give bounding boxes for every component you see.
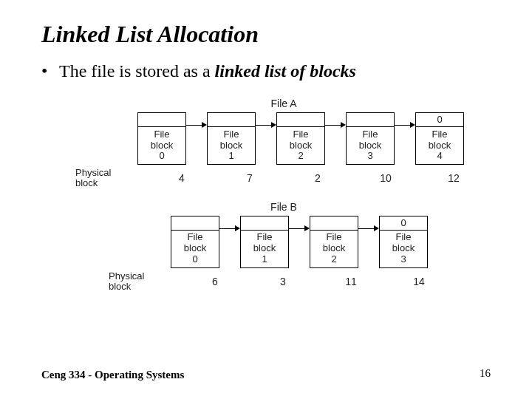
physical-block-label: Physical block [104, 271, 171, 293]
arrow-icon [289, 222, 310, 235]
physical-block-num: 4 [158, 172, 205, 184]
file-b-section: File B Fileblock0 Fileblock1 Fileblock2 [71, 201, 497, 293]
arrow-icon [186, 118, 207, 132]
file-a-section: File A Fileblock0 Fileblock1 Fileblock2 [71, 98, 497, 189]
file-block: 0 Fileblock3 [379, 216, 428, 268]
linked-list-diagram: File A Fileblock0 Fileblock1 Fileblock2 [71, 98, 497, 292]
file-block: Fileblock2 [310, 216, 358, 268]
file-block: Fileblock1 [207, 112, 256, 165]
physical-block-num: 14 [395, 276, 443, 287]
arrow-icon [219, 222, 240, 235]
file-block: Fileblock0 [137, 112, 186, 165]
file-b-blocks: Fileblock0 Fileblock1 Fileblock2 0 Fileb… [171, 216, 497, 268]
physical-block-label: Physical block [71, 168, 137, 189]
arrow-icon [395, 118, 415, 132]
file-block: Fileblock1 [240, 216, 289, 268]
physical-block-num: 2 [294, 172, 341, 184]
arrow-icon [256, 118, 276, 132]
physical-block-num: 12 [430, 172, 477, 184]
file-b-label: File B [71, 201, 497, 213]
bullet-item: • The file is stored as a linked list of… [41, 61, 497, 81]
file-block: Fileblock3 [346, 112, 395, 165]
file-b-physical-row: Physical block 6 3 11 14 [104, 271, 497, 293]
physical-block-num: 6 [191, 276, 239, 287]
physical-block-num: 7 [226, 172, 273, 184]
file-a-label: File A [71, 98, 497, 109]
physical-block-num: 3 [259, 276, 307, 287]
arrow-icon [358, 222, 379, 235]
bullet-text: The file is stored as a linked list of b… [59, 61, 356, 81]
file-block: 0 Fileblock4 [415, 112, 464, 165]
page-number: 16 [480, 367, 491, 380]
physical-block-num: 11 [327, 276, 375, 287]
page-title: Linked List Allocation [41, 21, 497, 48]
file-block: Fileblock0 [171, 216, 219, 268]
bullet-dot: • [41, 61, 59, 81]
file-a-physical-row: Physical block 4 7 2 10 12 [71, 168, 497, 189]
footer-course: Ceng 334 - Operating Systems [41, 369, 184, 381]
file-block: Fileblock2 [276, 112, 325, 165]
arrow-icon [325, 118, 346, 132]
file-a-blocks: Fileblock0 Fileblock1 Fileblock2 Fileblo… [137, 112, 497, 165]
physical-block-num: 10 [362, 172, 409, 184]
